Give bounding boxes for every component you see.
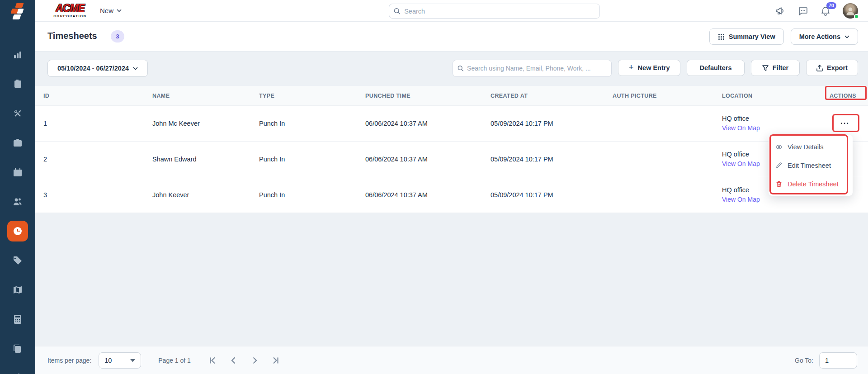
menu-item-view-details[interactable]: View Details <box>769 137 853 156</box>
column-header-name[interactable]: NAME <box>152 93 259 99</box>
cell-id: 2 <box>43 156 152 163</box>
announcements-button[interactable] <box>775 5 786 16</box>
megaphone-icon <box>775 5 786 16</box>
cell-type: Punch In <box>259 191 365 199</box>
sidebar-item-calendar[interactable] <box>0 157 35 187</box>
column-header-auth-picture[interactable]: AUTH PICTURE <box>613 93 722 99</box>
app-logo-icon[interactable] <box>8 3 28 21</box>
previous-page-button[interactable] <box>230 356 238 365</box>
items-per-page-select[interactable]: 10 <box>99 352 141 369</box>
new-dropdown-label: New <box>100 7 113 14</box>
cell-name: Shawn Edward <box>152 156 259 163</box>
sidebar-item-documents[interactable] <box>0 334 35 363</box>
filter-button[interactable]: Filter <box>751 60 800 76</box>
sidebar-item-team[interactable] <box>0 187 35 216</box>
sidebar-item-map[interactable] <box>0 275 35 304</box>
cell-location: HQ office View On Map <box>722 114 826 133</box>
global-search[interactable] <box>389 4 600 19</box>
cell-id: 3 <box>43 191 152 199</box>
summary-view-label: Summary View <box>729 33 775 40</box>
cell-created-at: 05/09/2024 10:17 PM <box>491 120 613 127</box>
table-row[interactable]: 2 Shawn Edward Punch In 06/06/2024 10:37… <box>35 142 868 177</box>
table-search-input[interactable] <box>467 65 607 72</box>
pie-chart-icon <box>12 373 23 374</box>
column-header-location[interactable]: LOCATION <box>722 93 826 99</box>
messages-button[interactable] <box>797 5 808 16</box>
menu-item-label: Delete Timesheet <box>788 180 839 188</box>
summary-view-button[interactable]: Summary View <box>709 28 784 45</box>
column-header-actions[interactable]: ACTIONS <box>826 93 865 99</box>
caret-down-icon <box>130 359 135 362</box>
column-header-type[interactable]: TYPE <box>259 93 365 99</box>
table-search[interactable] <box>453 60 612 77</box>
new-entry-button[interactable]: + New Entry <box>618 60 680 76</box>
page-title: Timesheets <box>47 31 97 41</box>
filter-label: Filter <box>773 64 788 71</box>
menu-item-label: View Details <box>788 143 824 151</box>
sidebar-item-analytics[interactable] <box>0 40 35 69</box>
global-search-input[interactable] <box>404 8 595 15</box>
table-row[interactable]: 1 John Mc Keever Punch In 06/06/2024 10:… <box>35 106 868 142</box>
defaulters-label: Defaulters <box>700 64 732 71</box>
user-avatar[interactable] <box>843 3 858 19</box>
new-entry-label: New Entry <box>638 64 670 71</box>
column-header-id[interactable]: ID <box>43 93 152 99</box>
sidebar-item-reports[interactable] <box>0 363 35 374</box>
row-actions-button[interactable]: ... <box>833 115 857 132</box>
cell-punched-time: 06/06/2024 10:37 AM <box>365 120 491 127</box>
date-range-picker[interactable]: 05/10/2024 - 06/27/2024 <box>47 60 148 77</box>
sidebar-item-timesheets[interactable] <box>0 216 35 246</box>
pagination-footer: Items per page: 10 Page 1 of 1 Go To: <box>35 346 868 374</box>
map-icon <box>12 284 23 295</box>
column-header-created-at[interactable]: CREATED AT <box>491 93 613 99</box>
online-status-dot <box>854 14 859 19</box>
toolbar: 05/10/2024 - 06/27/2024 + New Entry Defa… <box>35 60 868 77</box>
pencil-icon <box>775 162 783 169</box>
sidebar-item-tasks[interactable] <box>0 69 35 99</box>
sidebar-item-tools[interactable] <box>0 99 35 128</box>
sidebar-item-tags[interactable] <box>0 246 35 275</box>
location-text: HQ office <box>722 114 826 123</box>
more-actions-button[interactable]: More Actions <box>791 28 858 45</box>
trash-icon <box>775 180 783 188</box>
sidebar-item-jobs[interactable] <box>0 128 35 157</box>
export-button[interactable]: Export <box>806 60 858 76</box>
table-row[interactable]: 3 John Keever Punch In 06/06/2024 10:37 … <box>35 177 868 213</box>
page-info-text: Page 1 of 1 <box>158 357 191 364</box>
sidebar-item-calculator[interactable] <box>0 304 35 334</box>
row-actions-menu: View Details Edit Timesheet Delete Times… <box>769 135 853 196</box>
search-icon <box>458 65 464 72</box>
company-logo-text: ACME <box>47 3 93 14</box>
clipboard-check-icon <box>12 79 23 90</box>
cell-punched-time: 06/06/2024 10:37 AM <box>365 191 491 199</box>
calculator-icon <box>12 314 23 325</box>
chevron-down-icon <box>117 9 122 12</box>
menu-item-delete-timesheet[interactable]: Delete Timesheet <box>769 175 853 193</box>
company-logo-subtext: CORPORATION <box>47 14 93 18</box>
new-dropdown[interactable]: New <box>100 7 122 14</box>
menu-item-edit-timesheet[interactable]: Edit Timesheet <box>769 156 853 175</box>
view-on-map-link[interactable]: View On Map <box>722 123 826 133</box>
tag-icon <box>12 255 23 266</box>
bar-chart-icon <box>12 49 23 60</box>
last-page-icon <box>271 356 279 365</box>
date-range-value: 05/10/2024 - 06/27/2024 <box>57 65 129 72</box>
notifications-button[interactable]: 70 <box>820 5 831 16</box>
record-count-badge: 3 <box>111 30 124 43</box>
view-on-map-link[interactable]: View On Map <box>722 195 826 205</box>
export-label: Export <box>827 64 848 71</box>
sidebar <box>0 0 35 374</box>
go-to-page-input[interactable] <box>819 352 857 369</box>
table-header-row: ID NAME TYPE PUNCHED TIME CREATED AT AUT… <box>35 86 868 106</box>
company-logo[interactable]: ACME CORPORATION <box>47 3 93 18</box>
last-page-button[interactable] <box>271 356 279 365</box>
tools-icon <box>12 108 23 119</box>
go-to-label: Go To: <box>795 357 813 364</box>
next-page-button[interactable] <box>250 356 259 365</box>
defaulters-button[interactable]: Defaulters <box>687 60 745 76</box>
column-header-punched-time[interactable]: PUNCHED TIME <box>365 93 491 99</box>
first-page-button[interactable] <box>209 356 217 365</box>
cell-created-at: 05/09/2024 10:17 PM <box>491 156 613 163</box>
search-icon <box>394 8 401 15</box>
filter-funnel-icon <box>762 65 769 71</box>
